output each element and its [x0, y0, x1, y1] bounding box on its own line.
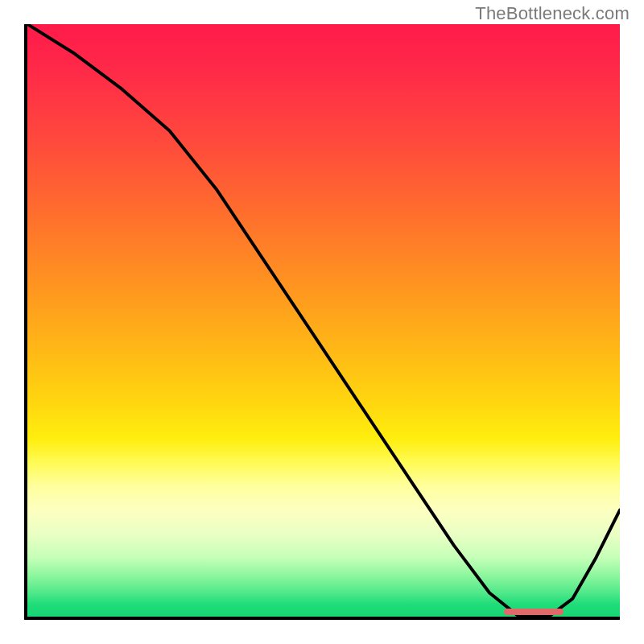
chart-canvas: TheBottleneck.com	[0, 0, 644, 644]
curve-layer	[27, 24, 620, 617]
plot-frame	[24, 24, 620, 620]
bottleneck-curve-path	[27, 24, 620, 617]
optimum-range-marker	[504, 609, 564, 615]
watermark-text: TheBottleneck.com	[475, 3, 630, 24]
